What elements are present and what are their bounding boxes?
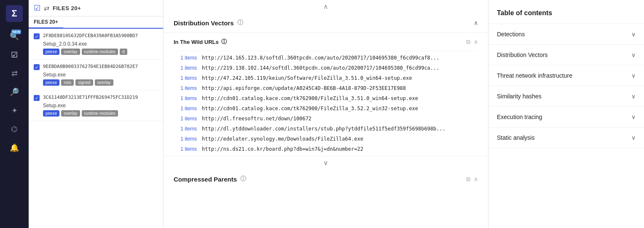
in-the-wild-urls-title: In The Wild URLs ⓘ [174,38,227,46]
compressed-parents-title: Compressed Parents ⓘ [174,175,246,183]
url-count: 1 items [174,85,197,91]
file-tags-3: peexe overlay runtime-modules [43,110,158,117]
collapse-middle-button[interactable]: ∨ [164,156,488,169]
tag: peexe [43,79,59,86]
url-text[interactable]: http://cdn01.catalog.kace.com/tk762900/F… [202,95,418,101]
url-text[interactable]: http://219.138.102.144/softdl.360tpcdn.c… [202,65,440,71]
tag: nsis [61,79,74,86]
toc-item-label-static-analysis: Static analysis [497,134,534,141]
file-checkbox-2[interactable]: ✓ [34,64,40,70]
tag: signed [75,79,93,86]
url-row: 1 items http://cdn01.catalog.kace.com/tk… [174,103,478,114]
url-text[interactable]: http://dl.freesoftru.net/down/100672 [202,116,311,122]
url-text[interactable]: http://47.242.105.119/keiun/Software/Fil… [202,75,412,81]
toc-item-threat-network[interactable]: Threat network infrastructure ∨ [488,65,644,86]
url-text[interactable]: http://ns.ds21.co.kr/board.php?db=win7&j… [202,146,363,152]
copy-icon[interactable]: ⧉ [466,38,470,46]
chevron-down-icon: ∨ [323,159,328,167]
url-text[interactable]: http://api.epiforge.com/update/A0245C4D-… [202,85,406,91]
chevron-down-icon: ∨ [631,134,636,141]
list-item[interactable]: ✓ 2F8DE88105632DFCEB439A0FB3A5900BD7 Set… [29,29,163,60]
url-row: 1 items http://ns.ds21.co.kr/board.php?d… [174,144,478,154]
chevron-down-icon: ∨ [631,31,636,38]
compressed-parents-actions: ⧉ ∧ [466,176,478,183]
distribution-vectors-header: Distribution Vectors ⓘ ∧ [164,13,488,33]
sidebar: Σ NEW 🔍 ☑ ⇄ 🔎 ✦ ⌬ 🔔 [0,0,29,228]
file-tags-1: peexe overlay runtime-modules d [43,49,158,55]
distribution-vectors-info-icon[interactable]: ⓘ [237,19,243,27]
file-checkbox-3[interactable]: ✓ [34,95,40,101]
tag: runtime-modules [82,110,118,117]
file-name-2: Setup.exe [43,72,158,78]
in-the-wild-urls-section: In The Wild URLs ⓘ ⧉ ∧ 1 items http://12… [164,33,488,156]
files-tab[interactable]: FILES 20+ [29,16,63,29]
sidebar-icon-network[interactable]: ✦ [7,103,22,118]
list-item[interactable]: ✓ 3C61148DF3213E71FFFB269475FC31D219 Set… [29,90,163,121]
list-item[interactable]: ✓ 9EEBDA0B000337627D4E1EB84D26B782E7 Set… [29,60,163,90]
distribution-vectors-title: Distribution Vectors ⓘ [174,19,243,27]
chevron-down-icon: ∨ [631,93,636,100]
url-row: 1 items http://cdn01.catalog.kace.com/tk… [174,93,478,103]
in-the-wild-actions: ⧉ ∧ [466,38,478,46]
tag: d [120,49,127,55]
file-tags-2: peexe nsis signed overlay [43,79,158,86]
url-text[interactable]: http://cdn01.catalog.kace.com/tk762900/F… [202,106,418,111]
sidebar-icon-analytics[interactable]: ⌬ [7,122,22,137]
file-panel-title: FILES 20+ [53,5,81,11]
tag: overlay [95,79,113,86]
collapse-up-button[interactable]: ∧ [164,0,488,13]
sidebar-icon-new[interactable]: NEW 🔍 [7,29,22,44]
copy-icon-2[interactable]: ⧉ [466,176,470,183]
url-text[interactable]: http://dl.ytddownloader.com/installers/s… [202,126,445,132]
chevron-down-icon: ∨ [631,114,636,120]
file-name-3: Setup.exe [43,103,158,109]
file-hash-2: 9EEBDA0B000337627D4E1EB84D26B782E7 [43,64,158,69]
collapse-icon-2[interactable]: ∧ [474,176,478,182]
sidebar-icon-compare[interactable]: ⇄ [7,66,22,81]
sidebar-icon-search[interactable]: 🔎 [7,84,22,100]
toc-item-label-detections: Detections [497,31,525,38]
compressed-parents-info-icon[interactable]: ⓘ [240,175,246,183]
in-the-wild-info-icon[interactable]: ⓘ [221,38,227,46]
file-panel-tabs: FILES 20+ [29,16,163,29]
url-row: 1 items http://dl.freesoftru.net/down/10… [174,114,478,124]
chevron-down-icon: ∨ [631,52,636,58]
url-count: 1 items [174,146,197,152]
url-row: 1 items http://124.165.123.8/softdl.360t… [174,53,478,63]
toc-title: Table of contents [488,0,644,24]
url-row: 1 items http://dl.ytddownloader.com/inst… [174,124,478,134]
chevron-up-icon: ∧ [323,3,328,11]
file-panel: ☑ ⇄ FILES 20+ FILES 20+ ✓ 2F8DE88105632D… [29,0,164,228]
url-count: 1 items [174,55,197,61]
distribution-vectors-chevron[interactable]: ∧ [474,19,478,26]
tag: overlay [61,49,80,55]
toc-item-static-analysis[interactable]: Static analysis ∨ [488,128,644,148]
toc-panel: Table of contents Detections ∨ Distribut… [488,0,644,228]
main-content: ∧ Distribution Vectors ⓘ ∧ In The Wild U… [164,0,488,228]
file-hash-1: 2F8DE88105632DFCEB439A0FB3A5900BD7 [43,33,158,38]
toc-item-label-distribution-vectors: Distribution Vectors [497,52,548,58]
url-count: 1 items [174,95,197,101]
tag: overlay [61,110,80,117]
sidebar-icon-bell[interactable]: 🔔 [7,140,22,155]
url-text[interactable]: http://124.165.123.8/softdl.360tpcdn.com… [202,55,440,61]
toc-item-distribution-vectors[interactable]: Distribution Vectors ∨ [488,45,644,65]
url-count: 1 items [174,75,197,81]
url-row: 1 items http://edelater.synology.me/Down… [174,134,478,144]
collapse-icon[interactable]: ∧ [474,38,478,45]
toc-item-similarity-hashes[interactable]: Similarity hashes ∨ [488,86,644,107]
tag: peexe [43,49,59,55]
app-logo: Σ [6,5,23,22]
toc-item-execution-tracing[interactable]: Execution tracing ∨ [488,107,644,128]
url-count: 1 items [174,136,197,142]
swap-icon[interactable]: ⇄ [44,4,49,12]
file-name-1: Setup_2.0.0.34.exe [43,41,158,47]
url-row: 1 items http://219.138.102.144/softdl.36… [174,63,478,73]
new-badge: NEW [11,30,21,34]
file-hash-3: 3C61148DF3213E71FFFB269475FC31D219 [43,95,158,100]
url-text[interactable]: http://edelater.synology.me/Downloads/Fi… [202,136,363,142]
file-checkbox-1[interactable]: ✓ [34,33,40,39]
toc-item-detections[interactable]: Detections ∨ [488,24,644,45]
sidebar-icon-check[interactable]: ☑ [7,47,22,62]
toc-item-label-threat-network: Threat network infrastructure [497,72,572,79]
